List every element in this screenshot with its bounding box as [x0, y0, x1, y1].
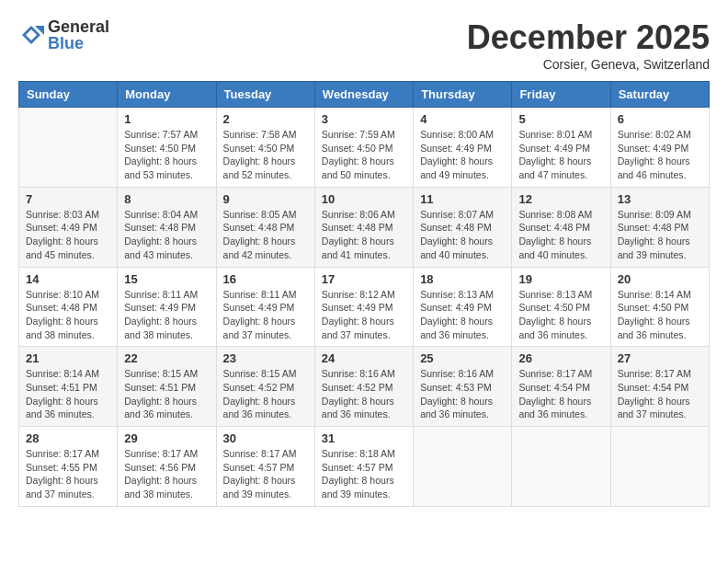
day-info: Sunrise: 8:08 AMSunset: 4:48 PMDaylight:… [518, 208, 603, 262]
day-info: Sunrise: 8:00 AMSunset: 4:49 PMDaylight:… [420, 128, 505, 182]
calendar-day-cell: 26Sunrise: 8:17 AMSunset: 4:54 PMDayligh… [512, 347, 610, 427]
day-info: Sunrise: 8:17 AMSunset: 4:55 PMDaylight:… [26, 447, 110, 501]
calendar-day-cell: 20Sunrise: 8:14 AMSunset: 4:50 PMDayligh… [610, 267, 709, 347]
calendar-day-cell: 25Sunrise: 8:16 AMSunset: 4:53 PMDayligh… [414, 347, 512, 427]
calendar-day-cell: 11Sunrise: 8:07 AMSunset: 4:48 PMDayligh… [414, 187, 512, 267]
calendar-day-cell [19, 108, 118, 188]
page-header: General Blue December 2025 Corsier, Gene… [18, 18, 710, 72]
calendar-day-cell: 18Sunrise: 8:13 AMSunset: 4:49 PMDayligh… [414, 267, 512, 347]
calendar-week-row: 7Sunrise: 8:03 AMSunset: 4:49 PMDaylight… [19, 187, 710, 267]
day-number: 27 [618, 351, 702, 365]
day-number: 24 [322, 351, 406, 365]
day-number: 21 [26, 351, 110, 365]
calendar-day-cell: 14Sunrise: 8:10 AMSunset: 4:48 PMDayligh… [19, 267, 118, 347]
calendar-day-cell: 5Sunrise: 8:01 AMSunset: 4:49 PMDaylight… [512, 108, 610, 188]
day-number: 8 [124, 192, 209, 206]
calendar-day-cell [414, 427, 512, 507]
calendar-day-cell [512, 427, 610, 507]
day-number: 22 [124, 351, 209, 365]
weekday-header-tuesday: Tuesday [216, 82, 314, 108]
day-info: Sunrise: 8:14 AMSunset: 4:50 PMDaylight:… [618, 288, 702, 342]
day-info: Sunrise: 8:01 AMSunset: 4:49 PMDaylight:… [518, 128, 603, 182]
day-number: 4 [420, 112, 505, 126]
calendar-day-cell: 29Sunrise: 8:17 AMSunset: 4:56 PMDayligh… [118, 427, 216, 507]
day-info: Sunrise: 8:18 AMSunset: 4:57 PMDaylight:… [322, 447, 406, 501]
calendar-day-cell: 2Sunrise: 7:58 AMSunset: 4:50 PMDaylight… [216, 108, 314, 188]
day-info: Sunrise: 8:17 AMSunset: 4:54 PMDaylight:… [618, 367, 702, 421]
calendar-day-cell: 22Sunrise: 8:15 AMSunset: 4:51 PMDayligh… [118, 347, 216, 427]
day-info: Sunrise: 8:12 AMSunset: 4:49 PMDaylight:… [322, 288, 406, 342]
day-number: 31 [322, 431, 406, 445]
day-number: 18 [420, 272, 505, 286]
day-info: Sunrise: 8:15 AMSunset: 4:52 PMDaylight:… [223, 367, 308, 421]
day-info: Sunrise: 8:16 AMSunset: 4:52 PMDaylight:… [322, 367, 406, 421]
weekday-header-thursday: Thursday [414, 82, 512, 108]
day-info: Sunrise: 8:17 AMSunset: 4:56 PMDaylight:… [124, 447, 209, 501]
calendar-week-row: 21Sunrise: 8:14 AMSunset: 4:51 PMDayligh… [19, 347, 710, 427]
day-info: Sunrise: 8:11 AMSunset: 4:49 PMDaylight:… [223, 288, 308, 342]
calendar-day-cell: 16Sunrise: 8:11 AMSunset: 4:49 PMDayligh… [216, 267, 314, 347]
weekday-header-monday: Monday [118, 82, 216, 108]
day-number: 12 [518, 192, 603, 206]
day-info: Sunrise: 8:15 AMSunset: 4:51 PMDaylight:… [124, 367, 209, 421]
day-info: Sunrise: 8:09 AMSunset: 4:48 PMDaylight:… [618, 208, 702, 262]
weekday-header-saturday: Saturday [610, 82, 709, 108]
day-number: 25 [420, 351, 505, 365]
calendar-day-cell: 31Sunrise: 8:18 AMSunset: 4:57 PMDayligh… [314, 427, 413, 507]
day-info: Sunrise: 8:17 AMSunset: 4:54 PMDaylight:… [518, 367, 603, 421]
day-info: Sunrise: 8:13 AMSunset: 4:50 PMDaylight:… [518, 288, 603, 342]
day-info: Sunrise: 8:13 AMSunset: 4:49 PMDaylight:… [420, 288, 505, 342]
calendar-day-cell: 12Sunrise: 8:08 AMSunset: 4:48 PMDayligh… [512, 187, 610, 267]
day-number: 6 [618, 112, 702, 126]
weekday-header-wednesday: Wednesday [314, 82, 413, 108]
calendar-day-cell: 13Sunrise: 8:09 AMSunset: 4:48 PMDayligh… [610, 187, 709, 267]
day-number: 10 [322, 192, 406, 206]
calendar-day-cell: 10Sunrise: 8:06 AMSunset: 4:48 PMDayligh… [314, 187, 413, 267]
day-number: 17 [322, 272, 406, 286]
day-info: Sunrise: 8:06 AMSunset: 4:48 PMDaylight:… [322, 208, 406, 262]
day-number: 9 [223, 192, 308, 206]
logo-blue-text: Blue [48, 35, 109, 52]
calendar-week-row: 1Sunrise: 7:57 AMSunset: 4:50 PMDaylight… [19, 108, 710, 188]
day-number: 13 [618, 192, 702, 206]
day-number: 1 [124, 112, 209, 126]
day-number: 3 [322, 112, 406, 126]
day-info: Sunrise: 8:16 AMSunset: 4:53 PMDaylight:… [420, 367, 505, 421]
location-subtitle: Corsier, Geneva, Switzerland [467, 57, 710, 72]
calendar-day-cell: 1Sunrise: 7:57 AMSunset: 4:50 PMDaylight… [118, 108, 216, 188]
day-info: Sunrise: 8:07 AMSunset: 4:48 PMDaylight:… [420, 208, 505, 262]
day-info: Sunrise: 8:17 AMSunset: 4:57 PMDaylight:… [223, 447, 308, 501]
day-number: 26 [518, 351, 603, 365]
calendar-day-cell: 24Sunrise: 8:16 AMSunset: 4:52 PMDayligh… [314, 347, 413, 427]
logo-icon [18, 22, 44, 48]
day-number: 5 [518, 112, 603, 126]
day-info: Sunrise: 8:11 AMSunset: 4:49 PMDaylight:… [124, 288, 209, 342]
calendar-week-row: 28Sunrise: 8:17 AMSunset: 4:55 PMDayligh… [19, 427, 710, 507]
day-info: Sunrise: 8:05 AMSunset: 4:48 PMDaylight:… [223, 208, 308, 262]
calendar-week-row: 14Sunrise: 8:10 AMSunset: 4:48 PMDayligh… [19, 267, 710, 347]
day-info: Sunrise: 8:14 AMSunset: 4:51 PMDaylight:… [26, 367, 110, 421]
logo-general-text: General [48, 18, 109, 35]
day-number: 14 [26, 272, 110, 286]
calendar-day-cell: 17Sunrise: 8:12 AMSunset: 4:49 PMDayligh… [314, 267, 413, 347]
day-number: 28 [26, 431, 110, 445]
calendar-day-cell: 21Sunrise: 8:14 AMSunset: 4:51 PMDayligh… [19, 347, 118, 427]
calendar-day-cell: 19Sunrise: 8:13 AMSunset: 4:50 PMDayligh… [512, 267, 610, 347]
day-number: 30 [223, 431, 308, 445]
day-info: Sunrise: 8:04 AMSunset: 4:48 PMDaylight:… [124, 208, 209, 262]
day-number: 29 [124, 431, 209, 445]
calendar-day-cell: 3Sunrise: 7:59 AMSunset: 4:50 PMDaylight… [314, 108, 413, 188]
calendar-day-cell: 7Sunrise: 8:03 AMSunset: 4:49 PMDaylight… [19, 187, 118, 267]
month-title: December 2025 [467, 18, 710, 57]
calendar-day-cell: 4Sunrise: 8:00 AMSunset: 4:49 PMDaylight… [414, 108, 512, 188]
day-number: 15 [124, 272, 209, 286]
day-info: Sunrise: 8:10 AMSunset: 4:48 PMDaylight:… [26, 288, 110, 342]
calendar-day-cell: 15Sunrise: 8:11 AMSunset: 4:49 PMDayligh… [118, 267, 216, 347]
weekday-header-sunday: Sunday [19, 82, 118, 108]
calendar-day-cell: 8Sunrise: 8:04 AMSunset: 4:48 PMDaylight… [118, 187, 216, 267]
logo: General Blue [18, 18, 109, 52]
day-info: Sunrise: 7:59 AMSunset: 4:50 PMDaylight:… [322, 128, 406, 182]
day-number: 7 [26, 192, 110, 206]
day-number: 16 [223, 272, 308, 286]
day-info: Sunrise: 8:02 AMSunset: 4:49 PMDaylight:… [618, 128, 702, 182]
